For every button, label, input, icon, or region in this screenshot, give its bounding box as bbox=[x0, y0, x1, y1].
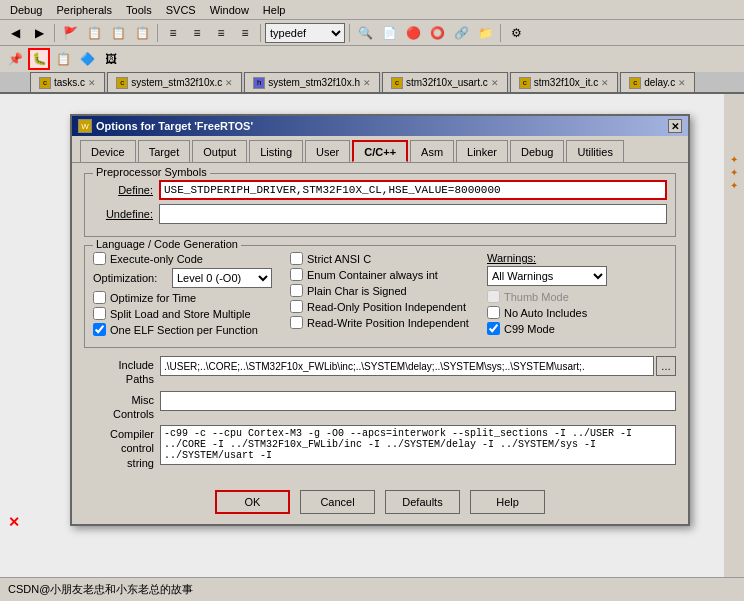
defaults-button[interactable]: Defaults bbox=[385, 490, 460, 514]
tab-tasks-c[interactable]: c tasks.c ✕ bbox=[30, 72, 105, 92]
btn-t3[interactable]: 🔷 bbox=[76, 48, 98, 70]
plain-char-checkbox[interactable] bbox=[290, 284, 303, 297]
dtab-listing[interactable]: Listing bbox=[249, 140, 303, 162]
btn15[interactable]: 🔗 bbox=[450, 22, 472, 44]
btn3[interactable]: 🚩 bbox=[59, 22, 81, 44]
one-elf-row: One ELF Section per Function bbox=[93, 323, 282, 336]
misc-controls-label: MiscControls bbox=[84, 391, 154, 422]
btn13[interactable]: 🔴 bbox=[402, 22, 424, 44]
dtab-utilities[interactable]: Utilities bbox=[566, 140, 623, 162]
define-input[interactable] bbox=[159, 180, 667, 200]
side-decoration: ✦✦✦ bbox=[724, 94, 744, 584]
misc-controls-input[interactable] bbox=[160, 391, 676, 411]
dtab-linker[interactable]: Linker bbox=[456, 140, 508, 162]
undefine-input[interactable] bbox=[159, 204, 667, 224]
btn11[interactable]: 🔍 bbox=[354, 22, 376, 44]
tab-usart-c[interactable]: c stm32f10x_usart.c ✕ bbox=[382, 72, 508, 92]
btn16[interactable]: 📁 bbox=[474, 22, 496, 44]
btn5[interactable]: 📋 bbox=[107, 22, 129, 44]
compiler-control-textarea[interactable]: -c99 -c --cpu Cortex-M3 -g -O0 --apcs=in… bbox=[160, 425, 676, 465]
btn12[interactable]: 📄 bbox=[378, 22, 400, 44]
btn4[interactable]: 📋 bbox=[83, 22, 105, 44]
btn7[interactable]: ≡ bbox=[162, 22, 184, 44]
optimization-combo[interactable]: Level 0 (-O0) bbox=[172, 268, 272, 288]
menu-help[interactable]: Help bbox=[257, 2, 292, 18]
settings-btn[interactable]: ⚙ bbox=[505, 22, 527, 44]
help-button[interactable]: Help bbox=[470, 490, 545, 514]
preprocessor-group: Preprocessor Symbols Define: Undefine: bbox=[84, 173, 676, 237]
include-paths-input[interactable] bbox=[160, 356, 654, 376]
menu-window[interactable]: Window bbox=[204, 2, 255, 18]
tab-it-c[interactable]: c stm32f10x_it.c ✕ bbox=[510, 72, 618, 92]
codegen-left: Execute-only Code Optimization: Level 0 … bbox=[93, 252, 282, 339]
btn14[interactable]: ⭕ bbox=[426, 22, 448, 44]
main-area: ✦✦✦ W Options for Target 'FreeRTOS' ✕ De… bbox=[0, 94, 744, 584]
cancel-button[interactable]: Cancel bbox=[300, 490, 375, 514]
one-elf-checkbox[interactable] bbox=[93, 323, 106, 336]
thumb-mode-checkbox[interactable] bbox=[487, 290, 500, 303]
btn8[interactable]: ≡ bbox=[186, 22, 208, 44]
dtab-device[interactable]: Device bbox=[80, 140, 136, 162]
menu-peripherals[interactable]: Peripherals bbox=[50, 2, 118, 18]
dtab-debug[interactable]: Debug bbox=[510, 140, 564, 162]
dtab-asm[interactable]: Asm bbox=[410, 140, 454, 162]
dtab-output[interactable]: Output bbox=[192, 140, 247, 162]
dtab-user[interactable]: User bbox=[305, 140, 350, 162]
debug-active-btn[interactable]: 🐛 bbox=[28, 48, 50, 70]
tab-close-tasks[interactable]: ✕ bbox=[88, 78, 96, 88]
warnings-combo[interactable]: All Warnings bbox=[487, 266, 607, 286]
menu-debug[interactable]: Debug bbox=[4, 2, 48, 18]
dtab-cc[interactable]: C/C++ bbox=[352, 140, 408, 162]
thumb-mode-row: Thumb Mode bbox=[487, 290, 667, 303]
tab-system-stm32-c[interactable]: c system_stm32f10x.c ✕ bbox=[107, 72, 242, 92]
back-btn[interactable]: ◀ bbox=[4, 22, 26, 44]
btn6[interactable]: 📋 bbox=[131, 22, 153, 44]
tab-close-system-h[interactable]: ✕ bbox=[363, 78, 371, 88]
dialog-close-button[interactable]: ✕ bbox=[668, 119, 682, 133]
tab-close-usart[interactable]: ✕ bbox=[491, 78, 499, 88]
usart-icon: c bbox=[391, 77, 403, 89]
btn10[interactable]: ≡ bbox=[234, 22, 256, 44]
dialog-titlebar: W Options for Target 'FreeRTOS' ✕ bbox=[72, 116, 688, 136]
tab-system-stm32-h[interactable]: h system_stm32f10x.h ✕ bbox=[244, 72, 380, 92]
menubar: Debug Peripherals Tools SVCS Window Help bbox=[0, 0, 744, 20]
menu-tools[interactable]: Tools bbox=[120, 2, 158, 18]
include-browse-btn[interactable]: … bbox=[656, 356, 676, 376]
c99-mode-label: C99 Mode bbox=[504, 323, 555, 335]
optimize-time-checkbox[interactable] bbox=[93, 291, 106, 304]
btn9[interactable]: ≡ bbox=[210, 22, 232, 44]
optimize-time-label: Optimize for Time bbox=[110, 292, 196, 304]
no-auto-includes-row: No Auto Includes bbox=[487, 306, 667, 319]
readwrite-pos-row: Read-Write Position Independent bbox=[290, 316, 479, 329]
btn-t2[interactable]: 📋 bbox=[52, 48, 74, 70]
dtab-target[interactable]: Target bbox=[138, 140, 191, 162]
dialog-title: Options for Target 'FreeRTOS' bbox=[96, 120, 668, 132]
btn-t4[interactable]: 🖼 bbox=[100, 48, 122, 70]
forward-btn[interactable]: ▶ bbox=[28, 22, 50, 44]
btn-t1[interactable]: 📌 bbox=[4, 48, 26, 70]
ok-button[interactable]: OK bbox=[215, 490, 290, 514]
menu-svcs[interactable]: SVCS bbox=[160, 2, 202, 18]
warnings-label: Warnings: bbox=[487, 252, 667, 264]
tab-delay-c[interactable]: c delay.c ✕ bbox=[620, 72, 695, 92]
execute-only-row: Execute-only Code bbox=[93, 252, 282, 265]
tab-close-it[interactable]: ✕ bbox=[601, 78, 609, 88]
split-load-row: Split Load and Store Multiple bbox=[93, 307, 282, 320]
typedef-combo[interactable]: typedef bbox=[265, 23, 345, 43]
sep5 bbox=[500, 24, 501, 42]
no-auto-includes-checkbox[interactable] bbox=[487, 306, 500, 319]
execute-only-checkbox[interactable] bbox=[93, 252, 106, 265]
enum-container-label: Enum Container always int bbox=[307, 269, 438, 281]
tab-close-delay[interactable]: ✕ bbox=[678, 78, 686, 88]
compiler-control-label: Compilercontrolstring bbox=[84, 425, 154, 470]
readonly-pos-checkbox[interactable] bbox=[290, 300, 303, 313]
tab-close-system-c[interactable]: ✕ bbox=[225, 78, 233, 88]
options-dialog: W Options for Target 'FreeRTOS' ✕ Device… bbox=[70, 114, 690, 526]
sep2 bbox=[157, 24, 158, 42]
readwrite-pos-label: Read-Write Position Independent bbox=[307, 317, 469, 329]
enum-container-checkbox[interactable] bbox=[290, 268, 303, 281]
split-load-checkbox[interactable] bbox=[93, 307, 106, 320]
c99-mode-checkbox[interactable] bbox=[487, 322, 500, 335]
readwrite-pos-checkbox[interactable] bbox=[290, 316, 303, 329]
strict-ansi-checkbox[interactable] bbox=[290, 252, 303, 265]
